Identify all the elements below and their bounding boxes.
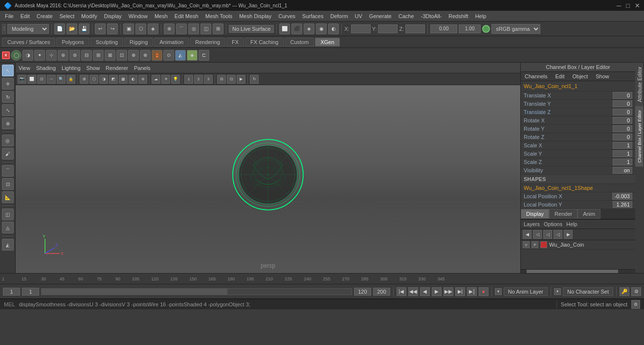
mode-dropdown[interactable]: Modeling — [7, 24, 49, 34]
maximize-button[interactable]: □ — [626, 2, 630, 9]
titlebar-controls[interactable]: ─ □ ✕ — [617, 2, 640, 9]
shelf-icon-4[interactable]: ✦ — [34, 50, 45, 61]
open-scene-button[interactable]: 📂 — [67, 23, 77, 34]
pb-next-frame[interactable]: ▶▶ — [444, 287, 453, 296]
menu-window[interactable]: Window — [126, 12, 151, 20]
menu-generate[interactable]: Generate — [366, 12, 395, 20]
cb-horizontal-scrollbar[interactable] — [521, 269, 635, 273]
menu-redshift[interactable]: Redshift — [445, 12, 471, 20]
viewport-menu-shading[interactable]: Shading — [36, 65, 56, 71]
range-end-field[interactable]: 120 — [354, 288, 371, 296]
status-settings-btn[interactable]: ⚙ — [631, 300, 640, 309]
shelf-icon-7[interactable]: ⊚ — [69, 50, 80, 61]
vp-icon6[interactable]: 🔒 — [67, 75, 75, 84]
menu-curves[interactable]: Curves — [275, 12, 298, 20]
menu-3dtoall[interactable]: -3DtoAll- — [418, 12, 445, 20]
vp-grid-icon[interactable]: ⊞ — [80, 75, 89, 84]
select-tool[interactable]: ↖ — [2, 65, 14, 76]
shelf-icon-14[interactable]: 🏺 — [152, 50, 162, 61]
vp-wireframe-icon[interactable]: ⬡ — [89, 75, 98, 84]
menu-mesh-display[interactable]: Mesh Display — [236, 12, 274, 20]
cb-menu-channels[interactable]: Channels — [521, 72, 551, 81]
menu-file[interactable]: File — [2, 12, 17, 20]
anim-layer-label[interactable]: No Anim Layer — [504, 287, 548, 296]
vp-xray-icon[interactable]: ⊛ — [138, 75, 147, 84]
save-scene-button[interactable]: 💾 — [79, 23, 89, 34]
redo-button[interactable]: ↪ — [107, 23, 118, 34]
snap-tool[interactable]: ⊡ — [2, 178, 14, 190]
shelf-icon-6[interactable]: ⊛ — [58, 50, 68, 61]
pb-auto-key[interactable]: 🔑 — [620, 287, 629, 296]
pb-prev-key[interactable]: ◀◀ — [408, 287, 418, 296]
vp-texture-icon[interactable]: ▦ — [119, 75, 128, 84]
timeline-marks-container[interactable]: 1 15 30 45 60 75 90 105 120 135 150 165 … — [2, 274, 642, 284]
render-btn3[interactable]: ◈ — [304, 23, 314, 34]
render-btn4[interactable]: ◉ — [316, 23, 327, 34]
undo-button[interactable]: ↩ — [95, 23, 106, 34]
tab-rigging[interactable]: Rigging — [124, 38, 153, 46]
cb-value-sz[interactable]: 1 — [613, 159, 632, 165]
vp-ao-icon[interactable]: ◐ — [129, 75, 137, 84]
tab-anim[interactable]: Anim — [577, 209, 600, 219]
vp-camera-icon[interactable]: 📷 — [18, 75, 26, 84]
cb-value-tx[interactable]: 0 — [613, 92, 632, 99]
layer-vis-toggle-v[interactable]: V — [523, 241, 530, 248]
pb-record[interactable]: ● — [479, 287, 489, 296]
layers-menu-layers[interactable]: Layers — [524, 221, 540, 227]
cb-value-ty[interactable]: 0 — [613, 100, 632, 107]
channel-box-tab[interactable]: Channel Box / Layer Editor — [635, 106, 644, 167]
char-set-label[interactable]: No Character Set — [563, 287, 613, 296]
x-coord-field[interactable] — [351, 24, 371, 33]
current-time-field[interactable]: 0.00 — [430, 24, 457, 33]
vp-icon5[interactable]: 🔍 — [57, 75, 66, 84]
sel-mode-2[interactable]: ⬡ — [135, 23, 146, 34]
scale-field[interactable]: 1.00 — [459, 24, 481, 33]
live-surface-dropdown[interactable]: No Live Surface — [229, 25, 274, 33]
scale-tool[interactable]: ⤡ — [2, 104, 14, 116]
tab-curves-surfaces[interactable]: Curves / Surfaces — [2, 38, 55, 46]
cb-value-sy[interactable]: 1 — [613, 150, 632, 157]
shelf-icon-18[interactable]: ⊏ — [199, 50, 209, 61]
move-tool[interactable]: ✛ — [2, 78, 14, 90]
vp-rot-icon[interactable]: ↻ — [250, 75, 259, 84]
vp-icon2[interactable]: ⬜ — [27, 75, 36, 84]
sel-mode-1[interactable]: ▣ — [123, 23, 134, 34]
max-range-field[interactable]: 200 — [373, 288, 390, 296]
cb-value-sx[interactable]: 1 — [613, 142, 632, 149]
vp-hud-icon[interactable]: ⊟ — [217, 75, 226, 84]
vp-shaded-wire-icon[interactable]: ◩ — [109, 75, 118, 84]
snap-view[interactable]: ⊞ — [213, 23, 223, 34]
vp-shaded-icon[interactable]: ◑ — [99, 75, 108, 84]
layers-menu-help[interactable]: Help — [566, 221, 577, 227]
menu-display[interactable]: Display — [101, 12, 125, 20]
vp-icon3[interactable]: ⊡ — [37, 75, 46, 84]
menu-mesh-tools[interactable]: Mesh Tools — [202, 12, 235, 20]
current-frame-field[interactable]: 1 — [3, 288, 20, 296]
curve-tool[interactable]: ⌒ — [2, 165, 14, 177]
y-coord-field[interactable] — [378, 24, 398, 33]
vp-icon4[interactable]: ↔ — [47, 75, 56, 84]
viewport-menu-panels[interactable]: Panels — [134, 65, 151, 71]
cb-menu-object[interactable]: Object — [568, 72, 592, 81]
vp-isolate-icon[interactable]: ⊡ — [227, 75, 236, 84]
layers-menu-options[interactable]: Options — [544, 221, 562, 227]
snap-curve[interactable]: ⌒ — [176, 23, 187, 34]
minimize-button[interactable]: ─ — [617, 2, 621, 9]
viewport-menu-show[interactable]: Show — [87, 65, 100, 71]
layers-btn3[interactable]: ◁ — [543, 230, 552, 239]
z-coord-field[interactable] — [405, 24, 425, 33]
menu-mesh[interactable]: Mesh — [152, 12, 171, 20]
universal-tool[interactable]: ⊕ — [2, 117, 14, 129]
shelf-icon-3[interactable]: ◑ — [22, 50, 33, 61]
menu-uv[interactable]: UV — [352, 12, 365, 20]
new-scene-button[interactable]: 📄 — [54, 23, 65, 34]
attribute-editor-tab[interactable]: Attribute Editor — [635, 63, 644, 106]
shelf-icon-13[interactable]: ⊗ — [140, 50, 151, 61]
gamma-select[interactable]: sRGB gamma — [491, 24, 540, 34]
tab-fx[interactable]: FX — [226, 38, 244, 46]
cb-value-lpx[interactable]: -0.003 — [612, 193, 632, 200]
unknown-tool-3[interactable]: ◭ — [2, 239, 14, 251]
render-btn5[interactable]: ◐ — [328, 23, 339, 34]
layers-new-btn[interactable]: ◀ — [523, 230, 532, 239]
shelf-icon-9[interactable]: ⊞ — [93, 50, 104, 61]
